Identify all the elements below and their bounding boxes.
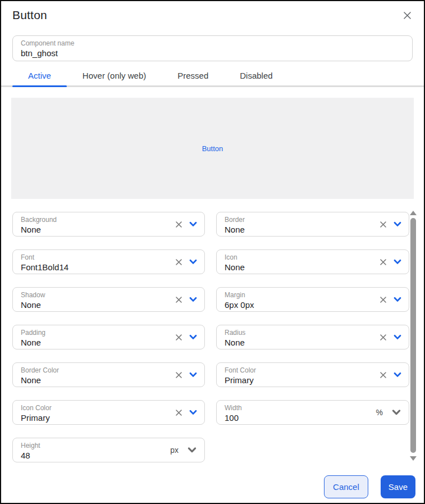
chevron-down-icon[interactable]	[393, 220, 402, 229]
field-label: Border Color	[21, 366, 159, 374]
field-label: Background	[21, 216, 159, 224]
field-background[interactable]: Background None	[12, 212, 205, 237]
scrollbar[interactable]	[409, 208, 417, 465]
field-value: None	[21, 375, 159, 385]
clear-icon[interactable]	[379, 371, 387, 379]
field-value: None	[225, 262, 364, 273]
save-button[interactable]: Save	[381, 475, 415, 498]
tab-bar: Active Hover (only web) Pressed Disabled	[1, 66, 424, 87]
clear-icon[interactable]	[175, 333, 183, 342]
field-value: Font1Bold14	[21, 262, 159, 273]
clear-icon[interactable]	[175, 220, 183, 229]
clear-icon[interactable]	[175, 371, 183, 379]
field-width[interactable]: Width 100 %	[216, 400, 409, 425]
preview-button-text: Button	[202, 144, 223, 153]
unit-label: px	[170, 446, 179, 455]
tab-pressed[interactable]: Pressed	[162, 66, 224, 85]
field-label: Width	[225, 404, 364, 412]
chevron-down-icon[interactable]	[393, 295, 402, 304]
field-label: Border	[225, 216, 364, 224]
field-value[interactable]: 100	[225, 413, 364, 423]
button-edit-dialog: Button Component name btn_ghost Active H…	[0, 0, 425, 504]
dialog-header: Button	[1, 1, 424, 29]
chevron-down-icon[interactable]	[189, 408, 198, 417]
field-label: Icon Color	[21, 404, 159, 412]
tab-active[interactable]: Active	[12, 66, 67, 85]
scrollbar-thumb[interactable]	[410, 218, 416, 453]
field-label: Font	[21, 253, 159, 261]
dialog-footer: Cancel Save	[1, 475, 424, 498]
preview-area: Button	[11, 98, 414, 199]
tab-disabled[interactable]: Disabled	[224, 66, 288, 85]
component-name-label: Component name	[21, 39, 404, 47]
clear-icon[interactable]	[379, 258, 387, 266]
cancel-button[interactable]: Cancel	[324, 475, 368, 498]
clear-icon[interactable]	[175, 296, 183, 304]
clear-icon[interactable]	[175, 408, 183, 417]
fields-grid: Background None Border None	[12, 212, 424, 462]
field-label: Padding	[21, 329, 159, 337]
chevron-down-icon[interactable]	[391, 407, 402, 417]
field-padding[interactable]: Padding None	[12, 325, 205, 349]
field-label: Margin	[225, 291, 364, 299]
component-name-field[interactable]: Component name btn_ghost	[12, 35, 413, 61]
scroll-down-arrow-icon[interactable]	[410, 456, 417, 461]
field-height[interactable]: Height 48 px	[12, 438, 205, 462]
chevron-down-icon[interactable]	[189, 295, 198, 304]
field-value: None	[21, 338, 159, 348]
field-label: Shadow	[21, 291, 159, 299]
field-value: Primary	[225, 375, 364, 385]
page-title: Button	[12, 8, 47, 22]
chevron-down-icon[interactable]	[189, 257, 198, 266]
field-value: None	[225, 225, 364, 235]
tab-hover-only-web[interactable]: Hover (only web)	[67, 66, 162, 85]
clear-icon[interactable]	[379, 296, 387, 304]
clear-icon[interactable]	[379, 220, 387, 229]
field-icon[interactable]: Icon None	[216, 249, 409, 274]
field-label: Font Color	[225, 366, 364, 374]
clear-icon[interactable]	[175, 258, 183, 266]
field-border[interactable]: Border None	[216, 212, 409, 237]
field-value: None	[21, 300, 159, 310]
field-value: None	[21, 225, 159, 235]
field-value: 6px 0px	[225, 300, 364, 310]
field-value: None	[225, 338, 364, 348]
field-icon-color[interactable]: Icon Color Primary	[12, 400, 205, 425]
field-value: Primary	[21, 413, 159, 423]
scroll-up-arrow-icon[interactable]	[410, 211, 417, 215]
unit-label: %	[376, 408, 383, 417]
field-label: Icon	[225, 253, 364, 261]
chevron-down-icon[interactable]	[189, 220, 198, 229]
field-label: Height	[21, 442, 159, 449]
field-font-color[interactable]: Font Color Primary	[216, 362, 409, 387]
field-shadow[interactable]: Shadow None	[12, 287, 205, 312]
chevron-down-icon[interactable]	[393, 257, 402, 266]
field-margin[interactable]: Margin 6px 0px	[216, 287, 409, 312]
field-radius[interactable]: Radius None	[216, 325, 409, 349]
chevron-down-icon[interactable]	[186, 445, 198, 455]
chevron-down-icon[interactable]	[393, 333, 402, 342]
component-name-value[interactable]: btn_ghost	[21, 48, 404, 58]
chevron-down-icon[interactable]	[393, 370, 402, 379]
field-label: Radius	[225, 329, 364, 337]
chevron-down-icon[interactable]	[189, 333, 198, 342]
chevron-down-icon[interactable]	[189, 370, 198, 379]
clear-icon[interactable]	[379, 333, 387, 342]
field-border-color[interactable]: Border Color None	[12, 362, 205, 387]
field-font[interactable]: Font Font1Bold14	[12, 249, 205, 274]
close-icon[interactable]	[400, 8, 414, 22]
field-value[interactable]: 48	[21, 451, 159, 461]
